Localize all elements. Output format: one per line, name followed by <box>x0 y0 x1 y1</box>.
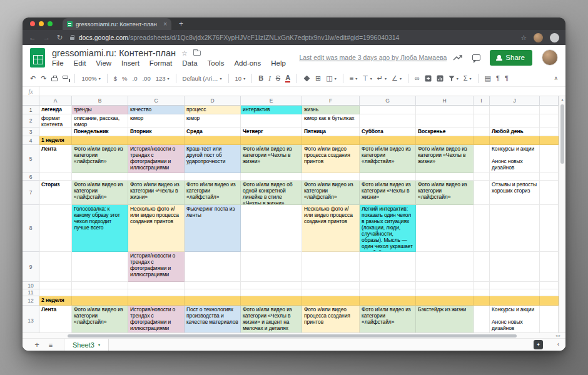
activity-dashboard-icon[interactable] <box>453 54 463 61</box>
cell-B4[interactable] <box>72 136 128 145</box>
cell-G2[interactable] <box>360 114 416 128</box>
cell-C9[interactable]: История/новости о трендах с фотографиями… <box>128 252 185 282</box>
paint-format-button[interactable] <box>63 78 68 79</box>
cell-C4[interactable] <box>128 136 185 145</box>
cell-E4[interactable] <box>241 136 302 145</box>
cell-A11[interactable] <box>39 289 72 296</box>
column-header-J[interactable]: J <box>490 96 540 106</box>
cell-F11[interactable] <box>302 289 360 296</box>
menu-help[interactable]: Help <box>271 59 286 67</box>
cell-B9[interactable] <box>72 252 128 282</box>
cell-J9[interactable] <box>490 252 540 282</box>
cell-B5[interactable]: Фото и/или видео из категории «лайфстайл… <box>72 145 128 173</box>
maximize-window-button[interactable] <box>48 21 53 26</box>
cell-A9[interactable] <box>39 252 72 282</box>
scroll-up-icon[interactable]: ▴ <box>559 96 565 103</box>
row-header-10[interactable]: 10 <box>23 282 39 289</box>
cell-B11[interactable] <box>72 289 128 296</box>
cell-H2[interactable] <box>416 114 474 128</box>
collapse-panel-icon[interactable]: ‹ <box>557 341 559 348</box>
cell-H8[interactable] <box>416 205 474 252</box>
cell-K4[interactable] <box>540 136 559 145</box>
text-direction-rtl-button[interactable]: ¶ <box>505 74 509 82</box>
cell-I5[interactable] <box>474 145 490 173</box>
browser-profile-icon[interactable] <box>550 33 559 42</box>
cell-J2[interactable] <box>490 114 540 128</box>
cell-F3[interactable]: Пятница <box>302 128 360 136</box>
cell-G4[interactable] <box>360 136 416 145</box>
cell-K8[interactable] <box>540 205 559 252</box>
cell-H13[interactable]: Бэкстейдж из жизни <box>416 306 474 332</box>
input-tools-button[interactable]: ▤ <box>485 74 491 82</box>
cell-C11[interactable] <box>128 289 185 296</box>
cell-F12[interactable] <box>302 296 360 306</box>
browser-avatar[interactable] <box>534 33 543 42</box>
borders-button[interactable]: ⊞ <box>315 74 321 82</box>
cell-D10[interactable] <box>185 282 241 289</box>
format-currency-button[interactable]: $ <box>114 75 117 82</box>
cell-D11[interactable] <box>185 289 241 296</box>
cell-I13[interactable] <box>474 306 490 332</box>
column-header-E[interactable]: E <box>241 96 302 106</box>
decrease-decimal-button[interactable]: .0 <box>133 75 138 82</box>
cell-G5[interactable]: Фото и/или видео из категории «лайфстайл… <box>360 145 416 173</box>
fill-color-button[interactable] <box>303 76 310 81</box>
cell-J1[interactable] <box>490 106 540 114</box>
cell-D6[interactable] <box>185 173 241 181</box>
star-document-icon[interactable]: ☆ <box>181 49 188 58</box>
cell-D3[interactable]: Среда <box>185 128 241 136</box>
strikethrough-button[interactable]: S <box>276 74 280 82</box>
column-header-B[interactable]: B <box>72 96 128 106</box>
cell-F1[interactable]: жизнь <box>302 106 360 114</box>
cell-F7[interactable]: Фото и/или видео из категории «лайфстайл… <box>302 181 360 205</box>
cell-H5[interactable]: Фото и/или видео из категории «Чехлы в ж… <box>416 145 474 173</box>
row-header-2[interactable]: 2 <box>23 114 39 128</box>
add-sheet-button[interactable]: + <box>30 340 44 349</box>
cell-C6[interactable] <box>128 173 185 181</box>
cell-E8[interactable] <box>241 205 302 252</box>
menu-format[interactable]: Format <box>150 59 172 67</box>
cell-J11[interactable] <box>490 289 540 296</box>
cell-C12[interactable] <box>128 296 185 306</box>
row-header-13[interactable]: 13 <box>23 306 39 332</box>
column-header-C[interactable]: C <box>128 96 185 106</box>
reload-icon[interactable]: ↻ <box>57 33 63 42</box>
cell-H6[interactable] <box>416 173 474 181</box>
cell-C2[interactable]: юмор <box>128 114 185 128</box>
text-rotation-button[interactable]: ∠▾ <box>392 74 402 82</box>
cell-E13[interactable]: Фото и/или видео из категории «Чехлы в ж… <box>241 306 302 332</box>
vertical-scroll-thumb[interactable] <box>560 104 564 164</box>
cell-G8[interactable]: Легкий интерактив: показать один чехол в… <box>360 205 416 252</box>
redo-button[interactable]: ↷ <box>41 74 46 82</box>
horizontal-scrollbar[interactable]: ◂▸ <box>23 332 565 338</box>
cell-K1[interactable] <box>540 106 559 114</box>
cell-F5[interactable]: Фото и/или видео процесса создания принт… <box>302 145 360 173</box>
cell-C8[interactable]: Несколько фото и/или видео процесса созд… <box>128 205 185 252</box>
text-direction-ltr-button[interactable]: ¶ <box>496 74 500 82</box>
cell-I2[interactable] <box>474 114 490 128</box>
cell-I11[interactable] <box>474 289 490 296</box>
share-button[interactable]: Share <box>490 50 532 66</box>
cell-A2[interactable]: формат контента <box>39 114 72 128</box>
horizontal-align-button[interactable]: ≡▾ <box>350 74 357 82</box>
cell-A13[interactable]: Лента <box>39 306 72 332</box>
row-header-9[interactable]: 9 <box>23 252 39 282</box>
cell-G1[interactable] <box>360 106 416 114</box>
font-select[interactable]: Default (Ari…▾ <box>183 75 222 82</box>
cell-G9[interactable] <box>360 252 416 282</box>
cell-F8[interactable]: Несколько фото и/или видео процесса созд… <box>302 205 360 252</box>
cell-B8[interactable]: Голосовалка: к какому образу этот чехол … <box>72 205 128 252</box>
comment-history-icon[interactable] <box>472 54 480 61</box>
cell-A5[interactable]: Лента <box>39 145 72 173</box>
cell-H9[interactable] <box>416 252 474 282</box>
menu-add-ons[interactable]: Add-ons <box>234 59 261 67</box>
cell-B13[interactable]: Фото и/или видео из категории «лайфстайл… <box>72 306 128 332</box>
cell-B1[interactable]: тренды <box>72 106 128 114</box>
column-header-F[interactable]: F <box>302 96 360 106</box>
column-header-H[interactable]: H <box>416 96 474 106</box>
text-wrap-button[interactable]: ↵▾ <box>377 74 387 82</box>
cell-G12[interactable] <box>360 296 416 306</box>
cell-K2[interactable] <box>540 114 559 128</box>
row-header-1[interactable]: 1 <box>23 106 39 114</box>
cell-J6[interactable] <box>490 173 540 181</box>
